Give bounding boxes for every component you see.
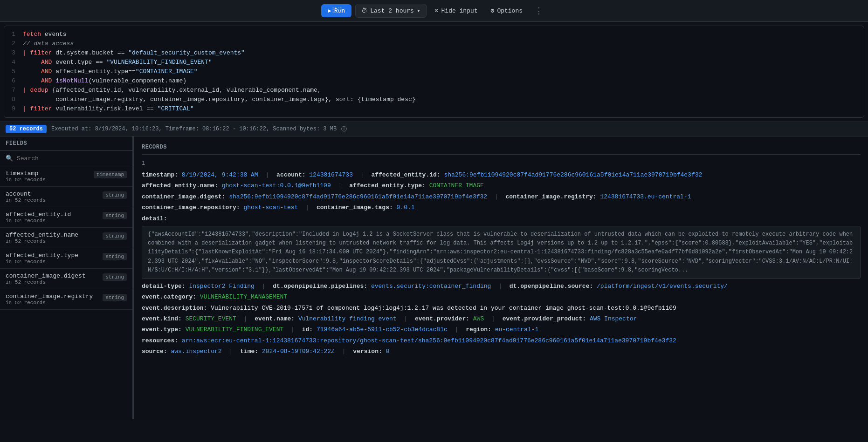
field-entity-name-label: affected_entity.name: — [142, 182, 222, 189]
field-detail-type-value: Inspector2 Finding — [189, 283, 254, 290]
field-event-description-value: Vulnerability CVE-2019-17571 of componen… — [211, 305, 676, 312]
field-digest-label: container_image.digest: — [142, 193, 229, 200]
drag-handle-icon[interactable]: ⠿⠿ — [331, 6, 343, 15]
code-line-5: 5 AND affected_entity.type=="CONTAINER_I… — [4, 67, 864, 76]
field-item-affected-entity-name[interactable]: affected_entity.name in 52 records strin… — [0, 228, 132, 248]
code-editor[interactable]: 1 fetch events 2 // data access 3 | filt… — [4, 26, 864, 118]
field-region-label: region: — [466, 326, 495, 333]
field-source-pipeline-value: /platform/ingest/v1/events.security/ — [597, 283, 728, 290]
field-time-label: time: — [240, 348, 262, 355]
field-source-value: aws.inspector2 — [171, 348, 221, 355]
field-event-type-value: VULNERABILITY_FINDING_EVENT — [186, 326, 284, 333]
options-icon: ⚙ — [491, 7, 495, 14]
record-number: 1 — [142, 160, 861, 167]
field-registry-value: 124381674733.eu-central-1 — [600, 193, 691, 200]
field-entity-id-value: sha256:9efb11094920c87f4ad91776e286c9601… — [444, 171, 702, 178]
field-id-label: id: — [302, 326, 317, 333]
records-count-badge: 52 records — [6, 125, 47, 133]
field-registry-label: container_image.registry: — [506, 193, 600, 200]
field-pipelines-label: dt.openpipeline.pipelines: — [273, 283, 371, 290]
line-number: 2 — [4, 39, 23, 48]
code-line-9: 9 | filter vulnerability.risk.level == "… — [4, 104, 864, 114]
line-number: 1 — [4, 30, 23, 39]
line-number: 4 — [4, 58, 23, 67]
field-event-name-value: Vulnerability finding event — [298, 315, 397, 322]
field-detail-value: {"awsAccountId":"124381674733","descript… — [142, 226, 861, 279]
play-icon: ▶ — [328, 7, 331, 14]
field-timestamp-value: 8/19/2024, 9:42:38 AM — [182, 171, 258, 178]
field-event-kind-value: SECURITY_EVENT — [186, 315, 236, 322]
fields-panel: Fields 🔍 timestamp in 52 records timesta… — [0, 136, 133, 419]
field-id-value: 71946a64-ab5e-5911-cb52-cb3e4dcac81c — [317, 326, 448, 333]
field-event-type-label: event.type: — [142, 326, 186, 333]
main-content: Fields 🔍 timestamp in 52 records timesta… — [0, 136, 868, 419]
line-number: 6 — [4, 76, 23, 86]
field-item-container-image-digest[interactable]: container_image.digest in 52 records str… — [0, 269, 132, 289]
field-resources-label: resources: — [142, 337, 182, 344]
field-resources-value: arn:aws:ecr:eu-central-1:124381674733:re… — [182, 337, 676, 344]
field-detail-label: detail: — [142, 215, 167, 222]
line-number: 8 — [4, 95, 23, 104]
field-item-timestamp[interactable]: timestamp in 52 records timestamp — [0, 166, 132, 187]
line-number: 9 — [4, 104, 23, 114]
code-line-6: 6 AND isNotNull(vulnerable_component.nam… — [4, 76, 864, 86]
clock-icon: ⏱ — [361, 7, 367, 14]
field-source-pipeline-label: dt.openpipeline.source: — [510, 283, 597, 290]
field-event-description-label: event.description: — [142, 305, 211, 312]
field-detail-type-label: detail-type: — [142, 283, 189, 290]
field-event-name-label: event.name: — [255, 315, 298, 322]
field-event-category-label: event.category: — [142, 293, 200, 300]
code-line-2: 2 // data access — [4, 39, 864, 48]
search-input[interactable] — [17, 155, 127, 162]
more-button[interactable]: ⋮ — [531, 4, 547, 18]
field-entity-type-value: CONTAINER_IMAGE — [429, 182, 484, 189]
search-icon: 🔍 — [6, 155, 13, 162]
field-tags-label: container_image.tags: — [317, 204, 397, 211]
field-time-value: 2024-08-19T09:42:22Z — [262, 348, 335, 355]
toolbar: ⠿⠿ ▶ Run ⏱ Last 2 hours ▾ ⊘ Hide input ⚙… — [0, 0, 868, 22]
code-line-4: 4 AND event.type == "VULNERABILITY_FINDI… — [4, 58, 864, 67]
field-item-account[interactable]: account in 52 records string — [0, 187, 132, 207]
field-entity-id-label: affected_entity.id: — [371, 171, 444, 178]
records-header: Records — [142, 140, 861, 155]
field-item-affected-entity-type[interactable]: affected_entity.type in 52 records strin… — [0, 248, 132, 269]
line-number: 5 — [4, 67, 23, 76]
code-line-8: 8 container_image.registry, container_im… — [4, 95, 864, 104]
field-entity-name-value: ghost-scan-test:0.0.1@9efb1109 — [222, 182, 331, 189]
field-repo-label: container_image.repository: — [142, 204, 243, 211]
time-range-button[interactable]: ⏱ Last 2 hours ▾ — [355, 4, 426, 18]
fields-list: timestamp in 52 records timestamp accoun… — [0, 166, 132, 419]
records-panel: Records 1 timestamp: 8/19/2024, 9:42:38 … — [134, 136, 868, 419]
field-source-label: source: — [142, 348, 171, 355]
code-line-1: 1 fetch events — [4, 30, 864, 39]
field-event-provider-value: AWS — [473, 315, 484, 322]
eye-icon: ⊘ — [435, 7, 439, 14]
field-region-value: eu-central-1 — [495, 326, 539, 333]
field-item-container-image-registry[interactable]: container_image.registry in 52 records s… — [0, 289, 132, 310]
code-line-3: 3 | filter dt.system.bucket == "default_… — [4, 48, 864, 58]
field-entity-type-label: affected_entity.type: — [349, 182, 429, 189]
field-event-provider-product-label: event.provider_product: — [503, 315, 590, 322]
field-repo-value: ghost-scan-test — [243, 204, 298, 211]
field-item-affected-entity-id[interactable]: affected_entity.id in 52 records string — [0, 207, 132, 228]
execution-info: Executed at: 8/19/2024, 10:16:23, Timefr… — [51, 126, 337, 132]
search-box: 🔍 — [0, 151, 132, 166]
options-button[interactable]: ⚙ Options — [486, 4, 527, 17]
field-tags-value: 0.0.1 — [397, 204, 415, 211]
field-event-kind-label: event.kind: — [142, 315, 186, 322]
code-line-7: 7 | dedup {affected_entity.id, vulnerabi… — [4, 86, 864, 95]
info-icon[interactable]: ⓘ — [341, 125, 347, 133]
field-pipelines-value: events.security:container_finding — [371, 283, 491, 290]
hide-input-button[interactable]: ⊘ Hide input — [430, 4, 482, 17]
field-event-provider-label: event.provider: — [415, 315, 473, 322]
field-account-label: account: — [276, 171, 309, 178]
record-1: 1 timestamp: 8/19/2024, 9:42:38 AM | acc… — [142, 160, 861, 357]
chevron-down-icon: ▾ — [417, 7, 420, 14]
record-fields: timestamp: 8/19/2024, 9:42:38 AM | accou… — [142, 170, 861, 357]
field-timestamp-label: timestamp: — [142, 171, 182, 178]
line-number: 3 — [4, 48, 23, 58]
fields-header: Fields — [0, 136, 132, 151]
line-number: 7 — [4, 86, 23, 95]
field-version-value: 0 — [386, 348, 390, 355]
field-account-value: 124381674733 — [309, 171, 353, 178]
